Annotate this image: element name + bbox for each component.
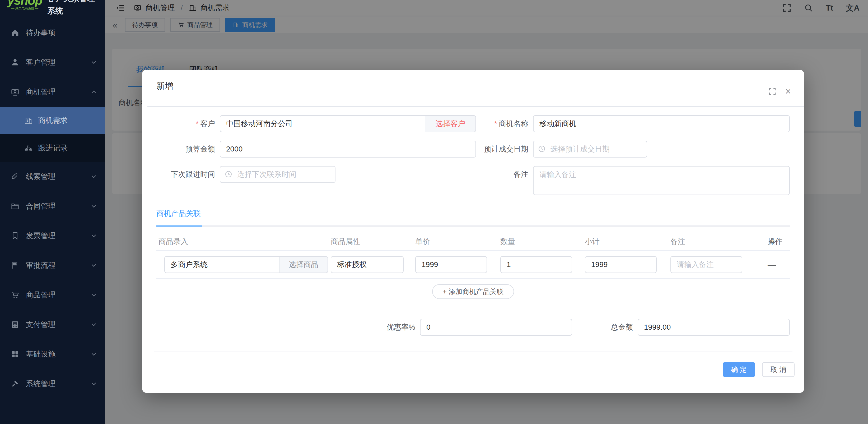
- deal-date-label: 预计成交日期: [476, 141, 533, 158]
- flag-icon: [10, 261, 20, 270]
- quantity-input[interactable]: [500, 256, 572, 273]
- sidebar-item-payment-mgmt[interactable]: 支付管理: [0, 310, 105, 339]
- sidebar-item-lead-mgmt[interactable]: 线索管理: [0, 162, 105, 191]
- sidebar-item-todo[interactable]: 待办事项: [0, 18, 105, 48]
- confirm-button[interactable]: 确 定: [723, 362, 755, 377]
- app-logo: yshop — 悠久电商系统 — 客户关系管理 系统: [0, 0, 105, 17]
- clock-icon: [538, 145, 546, 153]
- bookmark-icon: [10, 231, 20, 240]
- home-icon: [10, 28, 20, 37]
- sidebar-item-approval-flow[interactable]: 审批流程: [0, 251, 105, 280]
- logo-subtext: — 悠久电商系统 —: [7, 6, 42, 11]
- chevron-down-icon: [91, 381, 97, 387]
- grid-icon: [10, 350, 20, 359]
- bicycle-icon: [24, 144, 33, 152]
- column-unit-price: 单价: [415, 236, 500, 247]
- tab-product-association[interactable]: 商机产品关联: [156, 208, 201, 225]
- discount-rate-label: 优惠率%: [386, 322, 420, 332]
- dialog-header-actions: ×: [768, 87, 791, 96]
- chevron-down-icon: [91, 203, 97, 209]
- budget-label: 预算金额: [156, 141, 220, 158]
- sidebar-item-infrastructure[interactable]: 基础设施: [0, 339, 105, 369]
- paperclip-icon: [10, 172, 20, 181]
- column-action: 操作: [756, 236, 790, 247]
- deal-date-input[interactable]: [533, 141, 647, 158]
- select-product-button[interactable]: 选择商品: [279, 256, 328, 273]
- active-tab-underline: [156, 225, 202, 227]
- column-remark: 备注: [671, 236, 756, 247]
- user-icon: [10, 58, 20, 67]
- add-product-association-button[interactable]: + 添加商机产品关联: [432, 284, 514, 299]
- chevron-down-icon: [91, 233, 97, 239]
- sidebar-item-follow-record[interactable]: 跟进记录: [0, 134, 105, 162]
- total-amount-label: 总金额: [611, 322, 638, 332]
- select-customer-button[interactable]: 选择客户: [425, 115, 476, 132]
- opportunity-icon: [10, 87, 20, 96]
- building-icon: [24, 116, 33, 125]
- chevron-down-icon: [91, 174, 97, 179]
- chevron-up-icon: [91, 89, 97, 95]
- amount-summary: 优惠率% 总金额: [156, 319, 790, 336]
- sidebar-item-opportunity-demand[interactable]: 商机需求: [0, 107, 105, 134]
- cancel-button[interactable]: 取 消: [762, 362, 795, 377]
- row-remark-input[interactable]: [671, 256, 742, 273]
- sidebar: yshop — 悠久电商系统 — 客户关系管理 系统 待办事项 客户管理 商机管…: [0, 0, 105, 424]
- cart-icon: [10, 290, 20, 300]
- product-table-header: 商品录入 商品属性 单价 数量 小计 备注 操作: [156, 233, 790, 251]
- sidebar-item-invoice-mgmt[interactable]: 发票管理: [0, 221, 105, 251]
- row-action-dash: —: [756, 260, 790, 270]
- clock-icon: [224, 170, 232, 178]
- sidebar-item-customer-mgmt[interactable]: 客户管理: [0, 48, 105, 77]
- sidebar-menu: 待办事项 客户管理 商机管理 商机需求 跟进记录: [0, 18, 105, 399]
- chevron-down-icon: [91, 292, 97, 298]
- tab-divider: [156, 225, 790, 227]
- subtotal-input[interactable]: [585, 256, 657, 273]
- chevron-down-icon: [91, 262, 97, 268]
- opportunity-form: *客户 选择客户 *商机名称 预算金额 预计成交日期: [156, 115, 790, 197]
- folder-icon: [10, 202, 20, 211]
- dialog-close-icon[interactable]: ×: [785, 87, 791, 96]
- hammer-icon: [10, 379, 20, 388]
- add-opportunity-dialog: 新增 × *客户 选择客户 *商机名称: [142, 70, 804, 393]
- dialog-title: 新增: [156, 80, 173, 92]
- sidebar-item-system-mgmt[interactable]: 系统管理: [0, 369, 105, 399]
- dialog-footer-divider: [154, 351, 793, 352]
- column-subtotal: 小计: [585, 236, 671, 247]
- discount-rate-input[interactable]: [420, 319, 572, 336]
- app-screen: yshop — 悠久电商系统 — 客户关系管理 系统 待办事项 客户管理 商机管…: [0, 0, 868, 424]
- product-association-section: 商机产品关联 商品录入 商品属性 单价 数量 小计 备注 操作 选择商品: [156, 208, 790, 299]
- opportunity-name-label: *商机名称: [476, 115, 533, 132]
- dialog-fullscreen-icon[interactable]: [768, 87, 776, 95]
- app-title: 客户关系管理 系统: [47, 0, 100, 17]
- remark-textarea[interactable]: [533, 166, 790, 195]
- total-amount-input[interactable]: [638, 319, 790, 336]
- unit-price-input[interactable]: [415, 256, 487, 273]
- calculator-icon: [10, 320, 20, 329]
- sidebar-item-product-mgmt[interactable]: 商品管理: [0, 280, 105, 310]
- column-quantity: 数量: [500, 236, 585, 247]
- column-product-attr: 商品属性: [331, 236, 415, 247]
- next-follow-time-input[interactable]: [220, 166, 336, 183]
- customer-label: *客户: [156, 115, 220, 132]
- sidebar-item-contract-mgmt[interactable]: 合同管理: [0, 191, 105, 221]
- opportunity-name-input[interactable]: [533, 115, 790, 132]
- next-follow-time-label: 下次跟进时间: [156, 166, 220, 183]
- product-name-input[interactable]: [164, 256, 279, 273]
- customer-input[interactable]: [220, 115, 425, 132]
- chevron-down-icon: [91, 59, 97, 65]
- dialog-header-divider: [147, 106, 804, 107]
- chevron-down-icon: [91, 322, 97, 328]
- sidebar-item-opportunity-mgmt[interactable]: 商机管理: [0, 77, 105, 107]
- opportunity-submenu: 商机需求 跟进记录: [0, 107, 105, 162]
- remark-label: 备注: [476, 166, 533, 183]
- chevron-down-icon: [91, 351, 97, 357]
- dialog-footer: 确 定 取 消: [723, 362, 795, 377]
- column-product-entry: 商品录入: [156, 236, 331, 247]
- product-attr-input[interactable]: [331, 256, 404, 273]
- product-table-row: 选择商品 —: [156, 251, 790, 279]
- budget-input[interactable]: [220, 141, 476, 158]
